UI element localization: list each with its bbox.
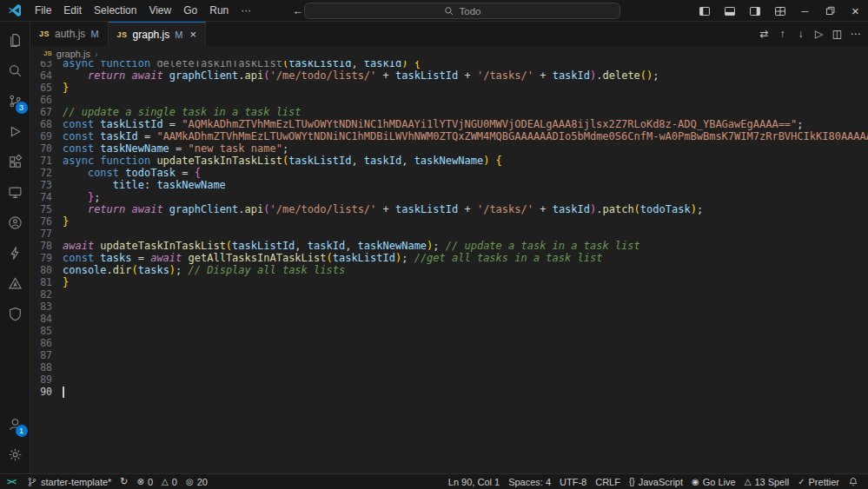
restore-icon[interactable] xyxy=(818,0,843,22)
menu-go[interactable]: Go xyxy=(177,0,203,22)
line-number[interactable]: 63 xyxy=(30,61,63,69)
close-icon[interactable]: × xyxy=(189,28,196,41)
sync-changes[interactable]: ↻ xyxy=(116,474,132,489)
line-number[interactable]: 88 xyxy=(30,361,63,373)
code-line[interactable]: 81} xyxy=(30,276,868,288)
line-number[interactable]: 82 xyxy=(30,288,63,301)
accounts-icon[interactable]: 1 xyxy=(0,409,30,439)
extensions-icon[interactable] xyxy=(0,147,30,177)
remote-explorer-icon[interactable] xyxy=(0,177,30,208)
run-code-icon[interactable]: ▷ xyxy=(810,24,828,43)
line-number[interactable]: 90 xyxy=(30,386,63,398)
run-debug-icon[interactable] xyxy=(0,116,30,147)
line-number[interactable]: 76 xyxy=(30,215,63,228)
code-line[interactable]: 74 }; xyxy=(30,191,868,203)
line-number[interactable]: 71 xyxy=(30,155,63,167)
line-number[interactable]: 74 xyxy=(30,191,63,203)
close-icon[interactable]: × xyxy=(843,0,868,22)
back-icon[interactable]: ← xyxy=(292,4,303,17)
remote-indicator[interactable]: >< xyxy=(0,474,23,489)
security-shield-icon[interactable] xyxy=(0,299,30,329)
code-line[interactable]: 68const taskListId = "AQMkADhmZTVhMmEzLT… xyxy=(30,118,868,130)
next-change-icon[interactable]: ↓ xyxy=(792,24,810,43)
todo-count[interactable]: ◎20 xyxy=(182,474,212,489)
line-number[interactable]: 81 xyxy=(30,276,63,288)
thunder-client-icon[interactable] xyxy=(0,238,30,268)
line-number[interactable]: 77 xyxy=(30,228,63,240)
line-number[interactable]: 79 xyxy=(30,252,63,264)
line-number[interactable]: 73 xyxy=(30,179,63,191)
tab-graph-js[interactable]: JSgraph.jsM× xyxy=(109,22,206,46)
spell-checker[interactable]: △13 Spell xyxy=(740,474,793,489)
line-number[interactable]: 85 xyxy=(30,325,63,337)
code-line[interactable]: 90 xyxy=(30,386,868,398)
git-branch[interactable]: starter-template* xyxy=(23,474,116,489)
previous-change-icon[interactable]: ↑ xyxy=(773,24,792,43)
minimize-icon[interactable]: ─ xyxy=(792,0,818,22)
menu-selection[interactable]: Selection xyxy=(88,0,142,22)
warnings[interactable]: △0 xyxy=(157,474,182,489)
menu-view[interactable]: View xyxy=(142,0,177,22)
line-number[interactable]: 78 xyxy=(30,240,63,252)
code-line[interactable]: 63async function deleteTaskInTaskList(ta… xyxy=(30,61,868,69)
more-actions-icon[interactable]: ⋯ xyxy=(846,24,865,43)
notifications[interactable] xyxy=(844,474,863,489)
code-line[interactable]: 65} xyxy=(30,82,868,94)
toggle-sidebar-icon[interactable] xyxy=(692,0,717,22)
search-icon[interactable] xyxy=(0,56,30,86)
settings-gear-icon[interactable] xyxy=(0,439,30,470)
code-line[interactable]: 85 xyxy=(30,325,868,337)
code-line[interactable]: 88 xyxy=(30,361,868,373)
code-line[interactable]: 87 xyxy=(30,349,868,361)
cursor-position[interactable]: Ln 90, Col 1 xyxy=(444,474,504,489)
code-line[interactable]: 69const taskId = "AAMkADhmZTVhMmEzLTUwOW… xyxy=(30,130,868,142)
code-editor[interactable]: 63async function deleteTaskInTaskList(ta… xyxy=(30,61,868,473)
command-center-search[interactable]: Todo xyxy=(304,3,620,19)
line-number[interactable]: 80 xyxy=(30,264,63,276)
code-line[interactable]: 73 title: taskNewName xyxy=(30,179,868,191)
source-control-icon[interactable]: 3 xyxy=(0,86,30,116)
menu-file[interactable]: File xyxy=(29,0,57,22)
open-changes-icon[interactable]: ⇄ xyxy=(755,24,773,43)
indentation[interactable]: Spaces: 4 xyxy=(504,474,555,489)
breadcrumb-file[interactable]: graph.js xyxy=(56,49,90,59)
code-line[interactable]: 84 xyxy=(30,313,868,325)
encoding[interactable]: UTF-8 xyxy=(555,474,591,489)
code-line[interactable]: 82 xyxy=(30,288,868,301)
code-line[interactable]: 64 return await graphClient.api('/me/tod… xyxy=(30,69,868,82)
code-line[interactable]: 76} xyxy=(30,215,868,228)
customize-layout-icon[interactable] xyxy=(767,0,792,22)
code-line[interactable]: 75 return await graphClient.api('/me/tod… xyxy=(30,203,868,215)
eol[interactable]: CRLF xyxy=(591,474,625,489)
code-line[interactable]: 86 xyxy=(30,337,868,349)
prettier[interactable]: ✓Prettier xyxy=(793,474,844,489)
toggle-secondary-sidebar-icon[interactable] xyxy=(742,0,767,22)
language-mode[interactable]: {}JavaScript xyxy=(625,474,687,489)
line-number[interactable]: 86 xyxy=(30,337,63,349)
line-number[interactable]: 84 xyxy=(30,313,63,325)
code-line[interactable]: 79const tasks = await getAllTasksInATask… xyxy=(30,252,868,264)
toggle-panel-icon[interactable] xyxy=(717,0,742,22)
line-number[interactable]: 66 xyxy=(30,94,63,106)
line-number[interactable]: 72 xyxy=(30,167,63,179)
live-share-icon[interactable] xyxy=(0,208,30,238)
line-number[interactable]: 67 xyxy=(30,106,63,118)
code-line[interactable]: 80console.dir(tasks); // Display all tas… xyxy=(30,264,868,276)
line-number[interactable]: 89 xyxy=(30,373,63,386)
menu-more[interactable]: ··· xyxy=(235,0,257,22)
code-line[interactable]: 71async function updateTaskInTaskList(ta… xyxy=(30,155,868,167)
line-number[interactable]: 65 xyxy=(30,82,63,94)
code-line[interactable]: 70const taskNewName = "new task name"; xyxy=(30,142,868,155)
explorer-icon[interactable] xyxy=(0,25,30,56)
code-line[interactable]: 89 xyxy=(30,373,868,386)
line-number[interactable]: 70 xyxy=(30,142,63,155)
split-editor-icon[interactable]: ◫ xyxy=(828,24,846,43)
line-number[interactable]: 83 xyxy=(30,301,63,313)
testing-icon[interactable] xyxy=(0,268,30,299)
code-line[interactable]: 77 xyxy=(30,228,868,240)
menu-edit[interactable]: Edit xyxy=(57,0,88,22)
line-number[interactable]: 64 xyxy=(30,69,63,82)
line-number[interactable]: 69 xyxy=(30,130,63,142)
line-number[interactable]: 87 xyxy=(30,349,63,361)
line-number[interactable]: 75 xyxy=(30,203,63,215)
